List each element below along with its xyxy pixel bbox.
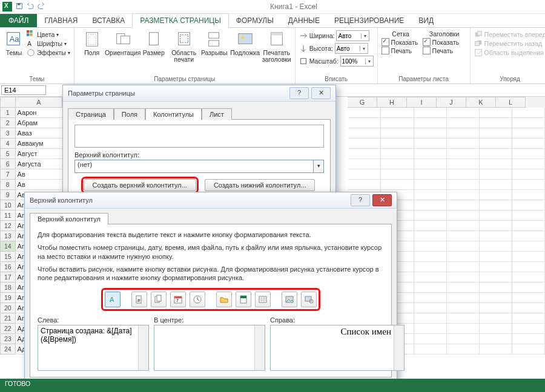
help-button[interactable]: ? bbox=[351, 194, 370, 206]
help-button[interactable]: ? bbox=[289, 87, 309, 99]
scrollbar[interactable] bbox=[138, 325, 148, 370]
theme-fonts[interactable]: AШрифты ▾ bbox=[27, 39, 70, 48]
scale-combo[interactable]: ▾ bbox=[340, 56, 374, 67]
close-button[interactable]: ✕ bbox=[372, 194, 392, 206]
page-count-icon[interactable] bbox=[151, 292, 167, 307]
row-header[interactable]: 7 bbox=[0, 169, 16, 180]
tab-data[interactable]: ДАННЫЕ bbox=[281, 14, 327, 27]
tab-review[interactable]: РЕЦЕНЗИРОВАНИЕ bbox=[327, 14, 411, 27]
tab-header-footer[interactable]: Колонтитулы bbox=[145, 108, 202, 120]
col-header-l[interactable]: L bbox=[496, 97, 526, 108]
create-header-button[interactable]: Создать верхний колонтитул... bbox=[84, 179, 196, 191]
tab-home[interactable]: ГЛАВНАЯ bbox=[37, 14, 85, 27]
col-header-k[interactable]: K bbox=[466, 97, 496, 108]
breaks-button[interactable]: Разрывы bbox=[200, 29, 228, 56]
orientation-button[interactable]: Ориентация bbox=[108, 29, 137, 56]
grid-print-check[interactable]: Печать bbox=[382, 47, 420, 54]
grid-show-check[interactable]: Показать bbox=[382, 38, 420, 46]
left-section-input[interactable] bbox=[38, 325, 138, 370]
date-icon[interactable]: 7 bbox=[170, 292, 186, 307]
tab-sheet[interactable]: Лист bbox=[202, 108, 232, 120]
scrollbar[interactable] bbox=[254, 325, 265, 370]
cell[interactable]: Ав bbox=[16, 180, 65, 190]
cell[interactable]: Августа bbox=[16, 159, 65, 169]
cell[interactable]: Аваз bbox=[16, 128, 65, 139]
header-inner-tab[interactable]: Верхний колонтитул bbox=[30, 213, 108, 224]
row-header[interactable]: 4 bbox=[0, 139, 16, 149]
row-header[interactable]: 8 bbox=[0, 180, 16, 190]
tab-page[interactable]: Страница bbox=[68, 108, 114, 120]
row-header[interactable]: 14 bbox=[0, 241, 16, 252]
print-area-button[interactable]: Область печати bbox=[170, 29, 198, 63]
tab-margins[interactable]: Поля bbox=[114, 108, 145, 120]
right-section-input[interactable] bbox=[271, 325, 394, 370]
page-number-icon[interactable]: # bbox=[131, 292, 147, 307]
cell[interactable]: Абрам bbox=[16, 118, 65, 128]
row-header[interactable]: 20 bbox=[0, 303, 16, 313]
row-header[interactable]: 22 bbox=[0, 324, 16, 334]
file-tab[interactable]: ФАЙЛ bbox=[0, 14, 37, 27]
cell[interactable]: Аввакум bbox=[16, 139, 65, 149]
row-header[interactable]: 18 bbox=[0, 283, 16, 293]
sheet-name-icon[interactable] bbox=[255, 292, 271, 307]
format-text-icon[interactable]: A bbox=[105, 292, 121, 307]
create-footer-button[interactable]: Создать нижний колонтитул... bbox=[205, 179, 315, 191]
col-header-h[interactable]: H bbox=[377, 97, 407, 108]
col-header-i[interactable]: I bbox=[407, 97, 437, 108]
row-header[interactable]: 10 bbox=[0, 200, 16, 211]
close-button[interactable]: ✕ bbox=[311, 87, 331, 99]
time-icon[interactable] bbox=[190, 292, 205, 307]
themes-button[interactable]: Aa Темы bbox=[4, 29, 24, 56]
theme-effects[interactable]: Эффекты ▾ bbox=[27, 48, 70, 57]
row-header[interactable]: 15 bbox=[0, 252, 16, 262]
row-header[interactable]: 5 bbox=[0, 149, 16, 159]
col-header-j[interactable]: J bbox=[437, 97, 466, 108]
col-header-a[interactable]: A bbox=[16, 97, 62, 108]
row-header[interactable]: 17 bbox=[0, 272, 16, 283]
file-path-icon[interactable] bbox=[216, 292, 232, 307]
row-header[interactable]: 12 bbox=[0, 221, 16, 231]
row-header[interactable]: 13 bbox=[0, 231, 16, 241]
row-header[interactable]: 24 bbox=[0, 344, 16, 354]
cell[interactable]: Август bbox=[16, 149, 65, 159]
row-header[interactable]: 11 bbox=[0, 211, 16, 221]
print-titles-button[interactable]: Печатать заголовки bbox=[262, 29, 291, 63]
row-header[interactable]: 21 bbox=[0, 313, 16, 324]
row-header[interactable]: 9 bbox=[0, 190, 16, 200]
tab-page-layout[interactable]: РАЗМЕТКА СТРАНИЦЫ bbox=[132, 13, 229, 28]
background-button[interactable]: Подложка bbox=[231, 29, 260, 56]
tab-view[interactable]: ВИД bbox=[411, 14, 441, 27]
row-header[interactable]: 2 bbox=[0, 118, 16, 128]
file-name-icon[interactable] bbox=[236, 292, 251, 307]
picture-icon[interactable] bbox=[282, 292, 297, 307]
row-header[interactable]: 19 bbox=[0, 293, 16, 303]
name-box[interactable] bbox=[1, 85, 46, 95]
header-select[interactable]: (нет)▾ bbox=[74, 160, 324, 173]
tab-insert[interactable]: ВСТАВКА bbox=[85, 14, 132, 27]
redo-icon[interactable] bbox=[38, 2, 45, 11]
size-button[interactable]: Размер bbox=[140, 29, 168, 56]
format-picture-icon[interactable] bbox=[301, 292, 317, 307]
row-header[interactable]: 23 bbox=[0, 334, 16, 344]
row-header[interactable]: 6 bbox=[0, 159, 16, 169]
head-show-check[interactable]: Показать bbox=[423, 38, 466, 46]
width-combo[interactable]: ▾ bbox=[336, 30, 369, 41]
margins-button[interactable]: Поля bbox=[78, 29, 106, 56]
center-section-input[interactable] bbox=[154, 325, 254, 370]
row-header[interactable]: 1 bbox=[0, 108, 16, 118]
head-print-check[interactable]: Печать bbox=[423, 47, 466, 54]
row-header[interactable]: 3 bbox=[0, 128, 16, 139]
save-icon[interactable] bbox=[16, 2, 23, 11]
cell[interactable]: Ав bbox=[16, 169, 65, 180]
col-header-g[interactable]: G bbox=[348, 97, 377, 108]
select-all-corner[interactable] bbox=[0, 97, 16, 108]
row-header[interactable]: 16 bbox=[0, 262, 16, 272]
height-combo[interactable]: ▾ bbox=[335, 43, 368, 54]
scrollbar[interactable] bbox=[394, 325, 404, 370]
cell[interactable]: Аарон bbox=[16, 108, 65, 118]
quick-access-toolbar bbox=[2, 2, 45, 11]
worksheet-grid[interactable]: A G H I J K L 1Аарон2Абрам3Аваз4Аввакум5… bbox=[0, 97, 545, 381]
theme-colors[interactable]: Цвета ▾ bbox=[27, 30, 70, 39]
undo-icon[interactable] bbox=[27, 2, 34, 11]
tab-formulas[interactable]: ФОРМУЛЫ bbox=[229, 14, 281, 27]
